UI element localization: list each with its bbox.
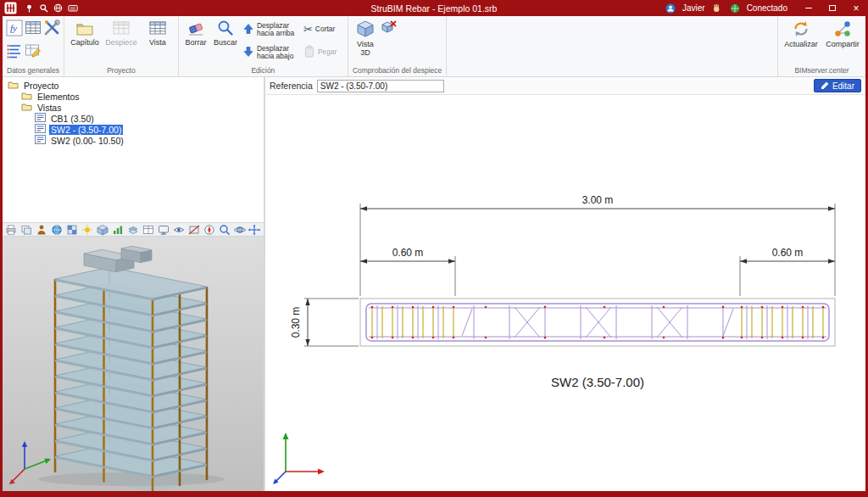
view-icon: [35, 124, 46, 135]
svg-text:fy: fy: [10, 23, 17, 33]
titlebar[interactable]: StruBIM Rebar - Ejemplo 01.srb Javier Co…: [0, 0, 868, 16]
ribbon-group-bimserver: Actualizar Compartir BIMserver.center: [777, 16, 865, 76]
bar-list-icon: [6, 42, 23, 62]
drawing-axes-triad: [273, 433, 325, 484]
group-label-proyecto: Proyecto: [67, 65, 175, 76]
print-button[interactable]: [4, 223, 19, 236]
minimize-button[interactable]: [797, 0, 821, 16]
table-button[interactable]: [141, 223, 155, 236]
maximize-icon: [829, 5, 836, 11]
tree-item-view[interactable]: SW2 (0.00- 10.50): [3, 135, 264, 146]
view-icon: [35, 113, 46, 124]
model-3d-viewport[interactable]: [3, 237, 264, 491]
tables-button[interactable]: [25, 20, 42, 40]
tree-item-elementos[interactable]: Elementos: [3, 91, 264, 102]
search-icon[interactable]: [36, 2, 51, 14]
panel-splitter[interactable]: [264, 77, 265, 491]
pan-icon: [248, 224, 261, 236]
views-button[interactable]: [96, 223, 110, 236]
window-frame-bottom: [0, 491, 868, 497]
compartir-button[interactable]: Compartir: [822, 18, 863, 51]
magnifier-icon: [216, 20, 235, 38]
edit-tables-button[interactable]: [25, 42, 42, 63]
user-name[interactable]: Javier: [682, 3, 705, 13]
pencil-icon: [821, 81, 829, 90]
monitor-icon: [157, 224, 170, 236]
zoom-button[interactable]: [217, 223, 231, 236]
light-icon: [81, 224, 94, 236]
pan-button[interactable]: [248, 223, 262, 236]
reference-bar: Referencia Editar: [265, 77, 865, 95]
pin-icon[interactable]: [22, 2, 36, 14]
actualizar-button[interactable]: Actualizar: [781, 18, 821, 51]
chart-button[interactable]: [111, 223, 125, 236]
label: Elementos: [36, 92, 81, 102]
label: Proyecto: [22, 81, 60, 91]
section-button[interactable]: [186, 223, 201, 236]
bar-schedule-button[interactable]: [6, 42, 23, 63]
refresh-icon: [792, 20, 810, 40]
vista-button[interactable]: Vista: [140, 18, 175, 49]
capitulo-button[interactable]: Capítulo: [67, 18, 103, 49]
ribbon-spacer: [447, 16, 777, 76]
layers-button[interactable]: [126, 223, 141, 236]
textures-button[interactable]: [65, 223, 80, 236]
maximize-button[interactable]: [821, 0, 844, 16]
user-avatar-icon[interactable]: [664, 2, 678, 14]
pegar-button[interactable]: Pegar: [302, 41, 345, 64]
table-icon: [142, 224, 155, 236]
orbit-button[interactable]: [232, 223, 247, 236]
print-icon: [4, 224, 18, 236]
window-frame-left: [0, 0, 3, 497]
capture-button[interactable]: [19, 223, 34, 236]
move-up-button[interactable]: Desplazar hacia arriba: [241, 18, 301, 41]
close-3d-views-button[interactable]: [381, 18, 398, 38]
capture-icon: [19, 224, 33, 236]
visibility-button[interactable]: [171, 223, 186, 236]
tree-item-vistas[interactable]: Vistas: [3, 102, 264, 113]
edit-button[interactable]: Editar: [814, 79, 861, 92]
app-logo-icon: [3, 2, 18, 14]
reference-label: Referencia: [270, 81, 313, 91]
hand-icon[interactable]: [709, 2, 724, 14]
group-label-comprobacion: Comprobación del despiece: [351, 65, 443, 76]
label: Vista: [149, 39, 166, 47]
ribbon-group-edicion: Borrar Buscar Desplazar hacia arriba Des…: [179, 16, 348, 76]
connection-status: Conectado: [747, 3, 787, 13]
tree-item-view-selected[interactable]: SW2 - (3.50-7.00): [3, 124, 264, 135]
table-icon: [112, 20, 131, 38]
globe-button[interactable]: [50, 223, 64, 236]
drawing-canvas[interactable]: 3.00 m 0.60 m 0.60 m 0.30 m: [265, 95, 865, 491]
minimize-icon: [805, 8, 812, 8]
person-icon: [35, 224, 48, 236]
walkthrough-button[interactable]: [35, 223, 49, 236]
options-button[interactable]: [43, 20, 60, 40]
move-down-button[interactable]: Desplazar hacia abajo: [241, 41, 301, 64]
light-button[interactable]: [81, 223, 95, 236]
clipboard-icon: [303, 45, 315, 59]
monitor-button[interactable]: [156, 223, 170, 236]
cortar-button[interactable]: ✂ Cortar: [302, 18, 345, 41]
tools-icon: [43, 20, 60, 39]
label: Desplazar hacia abajo: [257, 45, 299, 60]
beam-section: [360, 299, 835, 346]
label: SW2 (0.00- 10.50): [49, 136, 125, 146]
folder-icon: [8, 80, 19, 91]
compass-button[interactable]: [202, 223, 216, 236]
close-button[interactable]: ×: [844, 0, 868, 16]
tree-item-proyecto[interactable]: Proyecto: [3, 80, 264, 91]
despiece-button[interactable]: Despiece: [103, 18, 139, 49]
tree-item-view[interactable]: CB1 (3.50): [3, 113, 264, 124]
buscar-button[interactable]: Buscar: [211, 18, 240, 49]
label: Vistas: [36, 103, 63, 113]
steel-grade-button[interactable]: fy: [6, 20, 23, 40]
keyboard-icon[interactable]: [65, 2, 80, 14]
layers-icon: [126, 224, 140, 236]
view-3d-button[interactable]: Vista 3D: [351, 18, 380, 59]
group-label-datos-generales: Datos generales: [5, 65, 61, 76]
globe-icon[interactable]: [51, 2, 65, 14]
group-label-bimserver: BIMserver.center: [781, 65, 863, 76]
borrar-button[interactable]: Borrar: [181, 18, 210, 49]
view-icon: [35, 135, 46, 146]
reference-input[interactable]: [317, 80, 444, 92]
